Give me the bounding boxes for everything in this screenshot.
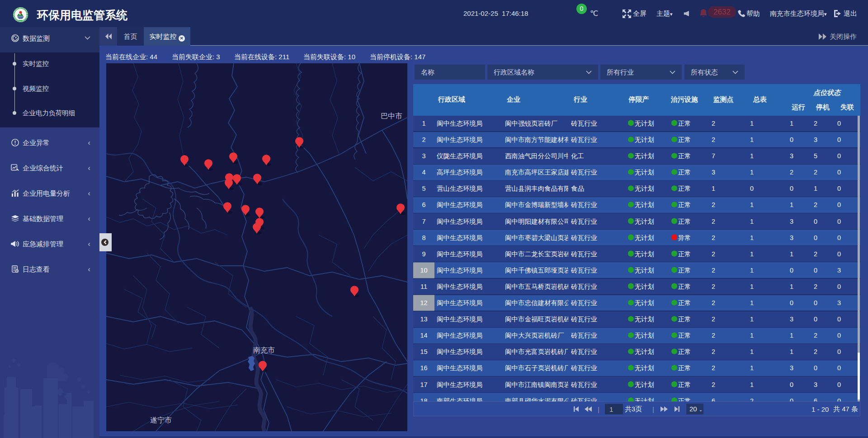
svg-text:巴中市: 巴中市	[381, 112, 402, 120]
svg-text:遂宁市: 遂宁市	[150, 416, 172, 424]
svg-text:南充市: 南充市	[253, 346, 275, 354]
